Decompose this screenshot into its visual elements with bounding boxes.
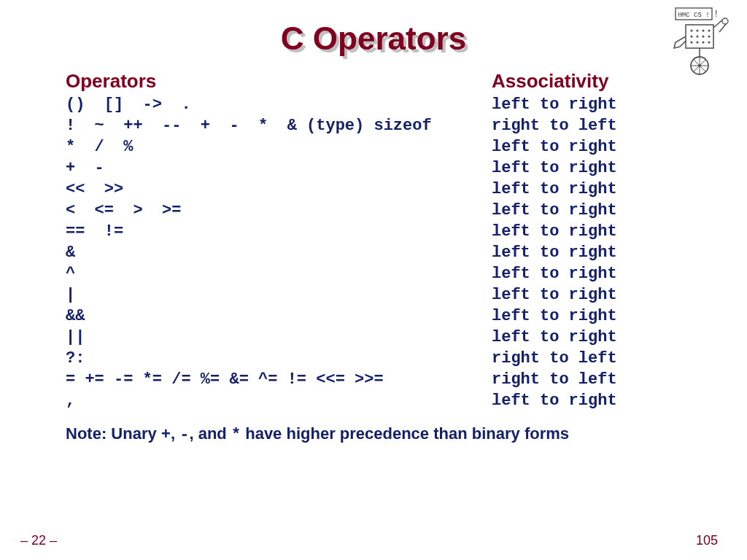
svg-point-3: [690, 29, 692, 31]
logo-text: HMC CS !: [678, 12, 709, 19]
assoc-cell: left to right: [492, 94, 681, 115]
operators-cell: * / %: [66, 136, 492, 158]
operators-cell: ! ~ ++ -- + - * & (type) sizeof: [66, 115, 492, 136]
svg-point-9: [702, 35, 704, 37]
svg-point-6: [708, 29, 710, 31]
assoc-cell: right to left: [492, 348, 681, 369]
note-mono: -: [179, 426, 189, 444]
note-mono: *: [231, 426, 241, 444]
slide: C Operators C Operators HMC CS ! ! Opera…: [0, 0, 747, 560]
svg-point-7: [690, 35, 692, 37]
operators-cell: < <= > >=: [66, 200, 492, 221]
svg-point-8: [696, 35, 698, 37]
operators-cell: == !=: [66, 221, 492, 242]
content: Operators Associativity () [] -> .left t…: [66, 70, 686, 444]
table-row: |left to right: [66, 284, 686, 306]
assoc-cell: left to right: [492, 263, 681, 284]
table-row: << >>left to right: [66, 179, 686, 200]
svg-text:!: !: [715, 9, 717, 19]
assoc-cell: right to left: [492, 115, 681, 136]
operators-cell: ,: [66, 390, 492, 411]
table-row: * / %left to right: [66, 136, 686, 158]
svg-point-11: [690, 41, 692, 43]
table-row: < <= > >=left to right: [66, 200, 686, 221]
note-mono: +: [161, 426, 171, 444]
operators-cell: + -: [66, 158, 492, 179]
svg-point-13: [702, 41, 704, 43]
assoc-cell: left to right: [492, 136, 681, 158]
operators-cell: << >>: [66, 179, 492, 200]
table-row: = += -= *= /= %= &= ^= != <<= >>=right t…: [66, 369, 686, 390]
header-associativity: Associativity: [492, 70, 681, 93]
svg-point-12: [696, 41, 698, 43]
table-row: + -left to right: [66, 158, 686, 179]
table-row: ^left to right: [66, 263, 686, 284]
svg-point-4: [696, 29, 698, 31]
table-row: ! ~ ++ -- + - * & (type) sizeofright to …: [66, 115, 686, 136]
assoc-cell: left to right: [492, 327, 681, 348]
footer-right: 105: [696, 533, 718, 548]
operators-cell: |: [66, 284, 492, 306]
operators-cell: &: [66, 242, 492, 263]
assoc-cell: left to right: [492, 158, 681, 179]
slide-title-wrap: C Operators C Operators: [0, 20, 747, 57]
table-row: &left to right: [66, 242, 686, 263]
table-body: () [] -> .left to right ! ~ ++ -- + - * …: [66, 94, 686, 411]
note-text: have higher precedence than binary forms: [241, 424, 569, 443]
operators-cell: ^: [66, 263, 492, 284]
svg-point-5: [702, 29, 704, 31]
operators-cell: () [] -> .: [66, 94, 492, 115]
slide-title: C Operators: [0, 20, 747, 57]
table-row: () [] -> .left to right: [66, 94, 686, 115]
assoc-cell: left to right: [492, 284, 681, 306]
table-row: ||left to right: [66, 327, 686, 348]
assoc-cell: left to right: [492, 200, 681, 221]
note: Note: Unary +, -, and * have higher prec…: [66, 424, 686, 444]
table-row: ?:right to left: [66, 348, 686, 369]
hmc-cs-logo: HMC CS ! !: [670, 6, 732, 75]
assoc-cell: left to right: [492, 306, 681, 327]
svg-point-10: [708, 35, 710, 37]
assoc-cell: left to right: [492, 221, 681, 242]
operators-cell: ?:: [66, 348, 492, 369]
note-text: , and: [189, 424, 231, 443]
operators-cell: ||: [66, 327, 492, 348]
operators-cell: = += -= *= /= %= &= ^= != <<= >>=: [66, 369, 492, 390]
header-operators: Operators: [66, 70, 492, 93]
svg-point-15: [722, 18, 728, 24]
operators-cell: &&: [66, 306, 492, 327]
table-row: &&left to right: [66, 306, 686, 327]
note-text: Note: Unary: [66, 424, 161, 443]
assoc-cell: left to right: [492, 179, 681, 200]
table-row: == !=left to right: [66, 221, 686, 242]
assoc-cell: left to right: [492, 242, 681, 263]
table-header: Operators Associativity: [66, 70, 686, 93]
svg-point-14: [708, 41, 710, 43]
note-text: ,: [171, 424, 179, 443]
assoc-cell: right to left: [492, 369, 681, 390]
footer-left: – 22 –: [20, 533, 57, 548]
table-row: ,left to right: [66, 390, 686, 411]
assoc-cell: left to right: [492, 390, 681, 411]
logo-svg: HMC CS ! !: [670, 6, 732, 75]
